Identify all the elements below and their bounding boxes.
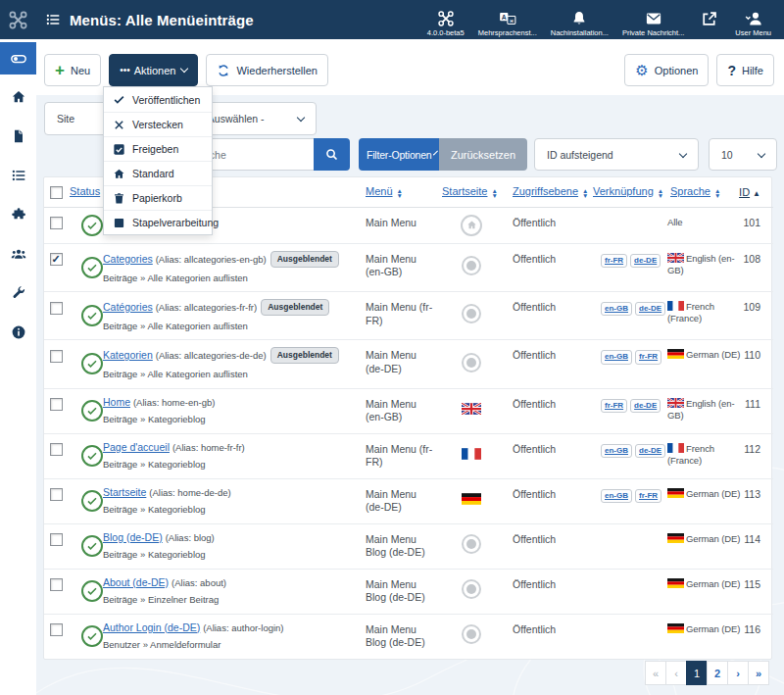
default-radio-icon[interactable] xyxy=(462,304,481,323)
association-badge[interactable]: de-DE xyxy=(635,444,665,458)
sidebar-item-help[interactable] xyxy=(0,313,36,352)
language-cell: English (en-GB) xyxy=(665,243,738,291)
default-radio-icon[interactable] xyxy=(462,624,481,644)
default-home-icon[interactable] xyxy=(461,215,482,236)
association-badge[interactable]: de-DE xyxy=(635,302,665,316)
rebuild-button[interactable]: Wiederherstellen xyxy=(206,54,328,86)
association-badge[interactable]: en-GB xyxy=(601,350,632,364)
topbar-item-joomla-logo[interactable]: 4.0.0-beta5 xyxy=(427,3,465,37)
published-status-icon[interactable] xyxy=(81,535,103,557)
association-badge[interactable]: de-DE xyxy=(630,399,661,413)
topbar-item-envelope[interactable]: Private Nachricht... xyxy=(622,3,684,37)
association-badge[interactable]: en-GB xyxy=(601,302,632,316)
published-status-icon[interactable] xyxy=(81,353,103,374)
page-title: Menüs: Alle Menüeinträge xyxy=(70,12,254,28)
menu-item-title-link[interactable]: Page d'accueil xyxy=(103,441,170,453)
sidebar-item-system[interactable] xyxy=(0,273,36,313)
select-all-checkbox[interactable] xyxy=(50,186,63,199)
limit-select[interactable]: 10 xyxy=(709,138,777,171)
column-header-language[interactable]: Sprache xyxy=(670,185,710,197)
new-button[interactable]: +Neu xyxy=(44,54,101,86)
column-header-id[interactable]: ID xyxy=(739,186,750,198)
association-badge[interactable]: en-GB xyxy=(601,489,632,503)
default-radio-icon[interactable] xyxy=(462,534,481,554)
search-button[interactable] xyxy=(314,138,350,171)
row-checkbox[interactable] xyxy=(50,302,63,315)
column-header-home[interactable]: Startseite xyxy=(442,185,487,197)
pagination-page-1[interactable]: 1 xyxy=(686,661,708,685)
row-checkbox[interactable] xyxy=(50,488,63,501)
row-checkbox[interactable] xyxy=(50,578,63,591)
menu-item-title-link[interactable]: About (de-DE) xyxy=(103,576,169,588)
topbar-item-bell[interactable]: Nachinstallation... xyxy=(551,3,609,37)
flag-de-icon xyxy=(667,349,684,359)
column-header-access[interactable]: Zugriffsebene xyxy=(513,185,578,197)
help-button[interactable]: ?Hilfe xyxy=(716,54,774,86)
actions-menu-item-stapelverarbeitung[interactable]: Stapelverarbeitung xyxy=(104,210,212,234)
sort-select[interactable]: ID aufsteigend xyxy=(534,138,699,171)
column-header-menu[interactable]: Menü xyxy=(366,185,393,197)
actions-button[interactable]: •••Aktionen xyxy=(109,54,198,86)
menu-item-title-link[interactable]: Home xyxy=(103,396,130,408)
column-header-status[interactable]: Status xyxy=(70,185,100,197)
sidebar-item-content[interactable] xyxy=(0,117,36,156)
row-checkbox[interactable] xyxy=(50,217,63,229)
default-radio-icon[interactable] xyxy=(462,579,481,599)
topbar-item-user[interactable]: User Menu xyxy=(735,3,771,37)
pagination-next-page[interactable]: › xyxy=(727,661,749,685)
menu-item-title-link[interactable]: Kategorien xyxy=(103,349,153,361)
published-status-icon[interactable] xyxy=(81,215,103,236)
actions-menu-item-papierkorb[interactable]: Papierkorb xyxy=(104,185,212,210)
default-radio-icon[interactable] xyxy=(462,256,481,275)
association-badge[interactable]: de-DE xyxy=(630,254,661,268)
association-badge[interactable]: en-GB xyxy=(601,444,632,458)
sidebar-item-menus[interactable] xyxy=(0,156,36,195)
home-cell xyxy=(440,291,503,339)
pagination-last-page[interactable]: » xyxy=(748,661,769,685)
actions-menu-item-verstecken[interactable]: Verstecken xyxy=(104,112,212,136)
menu-item-title-link[interactable]: Categories xyxy=(103,253,153,265)
trash-icon xyxy=(113,192,125,205)
menu-item-title-link[interactable]: Startseite xyxy=(103,486,146,498)
topbar-item-external-link[interactable] xyxy=(698,3,721,28)
published-status-icon[interactable] xyxy=(81,305,103,326)
sidebar-item-home[interactable] xyxy=(0,77,36,117)
sidebar-item-users[interactable] xyxy=(0,234,36,273)
association-badge[interactable]: fr-FR xyxy=(601,399,627,413)
row-checkbox[interactable] xyxy=(50,533,63,546)
sidebar-item-components[interactable] xyxy=(0,195,36,234)
association-badge[interactable]: fr-FR xyxy=(601,254,627,268)
id-cell: 108 xyxy=(738,243,773,291)
published-status-icon[interactable] xyxy=(81,625,103,647)
published-status-icon[interactable] xyxy=(81,257,103,278)
published-status-icon[interactable] xyxy=(81,445,103,467)
row-checkbox[interactable] xyxy=(50,350,63,363)
actions-menu-item-freigeben[interactable]: Freigeben xyxy=(104,136,212,161)
row-checkbox[interactable] xyxy=(50,253,63,266)
actions-menu-item-veröffentlichen[interactable]: Veröffentlichen xyxy=(104,87,212,112)
association-badge[interactable]: fr-FR xyxy=(635,489,662,503)
x-icon xyxy=(113,119,125,131)
pagination-page-2[interactable]: 2 xyxy=(707,661,728,685)
sidebar-item-toggle-menu[interactable] xyxy=(0,42,36,74)
row-checkbox[interactable] xyxy=(50,623,63,636)
menu-item-title-link[interactable]: Catégories xyxy=(103,301,153,313)
published-status-icon[interactable] xyxy=(81,490,103,512)
topbar-item-translate[interactable]: AжMehrsprachenst... xyxy=(478,3,537,37)
menu-item-label: Standard xyxy=(132,168,174,179)
clear-button[interactable]: Zurücksetzen xyxy=(439,138,527,171)
association-badge[interactable]: fr-FR xyxy=(635,350,662,364)
actions-menu-item-standard[interactable]: Standard xyxy=(104,161,212,185)
column-header-association[interactable]: Verknüpfung xyxy=(593,185,654,197)
options-button[interactable]: ⚙Optionen xyxy=(624,54,709,86)
unpublished-badge: Ausgeblendet xyxy=(270,347,339,364)
row-checkbox[interactable] xyxy=(50,398,63,411)
default-radio-icon[interactable] xyxy=(462,353,481,372)
published-status-icon[interactable] xyxy=(81,580,103,602)
actions-dropdown-menu: VeröffentlichenVersteckenFreigebenStanda… xyxy=(103,86,213,235)
menu-item-title-link[interactable]: Blog (de-DE) xyxy=(103,531,163,543)
filter-options-button[interactable]: Filter-Optionen xyxy=(359,138,439,171)
published-status-icon[interactable] xyxy=(81,400,103,422)
row-checkbox[interactable] xyxy=(50,443,63,456)
menu-item-title-link[interactable]: Author Login (de-DE) xyxy=(103,621,200,633)
